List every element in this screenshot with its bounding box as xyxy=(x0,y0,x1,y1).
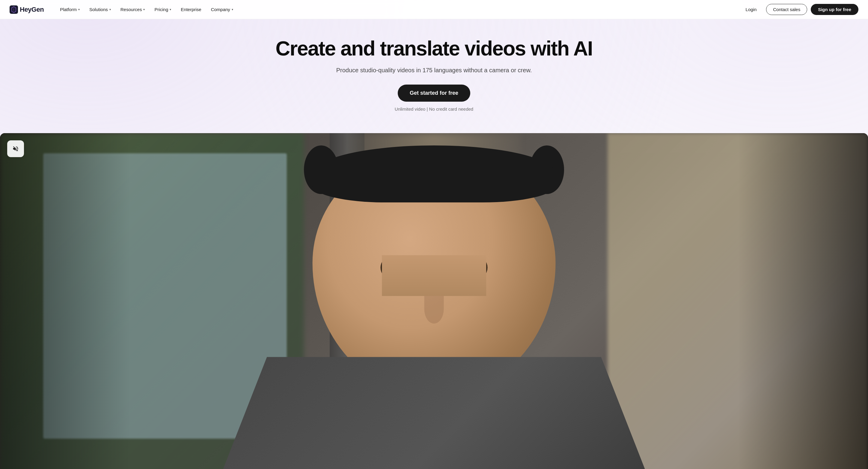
person-body xyxy=(195,357,673,469)
video-scene xyxy=(0,133,868,469)
get-started-button[interactable]: Get started for free xyxy=(398,85,470,102)
nav-item-pricing-label: Pricing xyxy=(154,7,168,12)
mute-button[interactable] xyxy=(7,140,24,157)
nav-item-platform[interactable]: Platform ▾ xyxy=(56,4,84,14)
person-nose xyxy=(425,294,444,324)
nav-item-resources-label: Resources xyxy=(121,7,142,12)
nav-links: Platform ▾ Solutions ▾ Resources ▾ Prici… xyxy=(56,4,739,14)
nav-item-resources[interactable]: Resources ▾ xyxy=(116,4,149,14)
chevron-down-icon: ▾ xyxy=(169,8,171,11)
nav-actions: Login Contact sales Sign up for free xyxy=(740,4,859,15)
hero-content: Create and translate videos with AI Prod… xyxy=(0,19,868,133)
nav-item-pricing[interactable]: Pricing ▾ xyxy=(150,4,175,14)
chevron-down-icon: ▾ xyxy=(143,8,145,11)
muted-speaker-icon xyxy=(12,145,19,152)
nav-item-solutions[interactable]: Solutions ▾ xyxy=(85,4,115,14)
vignette-right xyxy=(738,133,868,469)
navbar: HeyGen Platform ▾ Solutions ▾ Resources … xyxy=(0,0,868,19)
vignette-left xyxy=(0,133,130,469)
person-hair xyxy=(313,145,556,202)
nav-item-company-label: Company xyxy=(211,7,230,12)
signup-button[interactable]: Sign up for free xyxy=(811,4,859,15)
nav-item-enterprise[interactable]: Enterprise xyxy=(177,4,205,14)
nav-item-platform-label: Platform xyxy=(60,7,77,12)
hero-video xyxy=(0,133,868,469)
nav-item-enterprise-label: Enterprise xyxy=(181,7,201,12)
logo-icon xyxy=(9,5,18,14)
login-button[interactable]: Login xyxy=(740,4,763,15)
chevron-down-icon: ▾ xyxy=(110,8,111,11)
person-neck xyxy=(382,255,486,296)
hero-section: Create and translate videos with AI Prod… xyxy=(0,0,868,469)
logo[interactable]: HeyGen xyxy=(9,5,44,14)
hero-subtitle: Produce studio-quality videos in 175 lan… xyxy=(6,67,862,74)
hero-note: Unlimited video | No credit card needed xyxy=(6,107,862,112)
nav-item-company[interactable]: Company ▾ xyxy=(207,4,237,14)
nav-item-solutions-label: Solutions xyxy=(89,7,108,12)
hero-title: Create and translate videos with AI xyxy=(6,37,862,60)
chevron-down-icon: ▾ xyxy=(78,8,80,11)
chevron-down-icon: ▾ xyxy=(232,8,233,11)
contact-sales-button[interactable]: Contact sales xyxy=(766,4,807,15)
logo-text: HeyGen xyxy=(20,6,44,13)
